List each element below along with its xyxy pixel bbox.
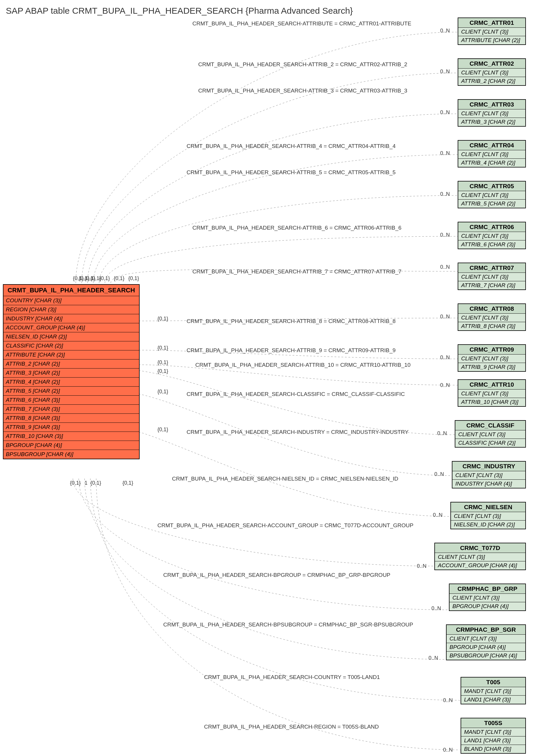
source-cardinality-label: {0,1} (157, 389, 168, 395)
ref-field-row: LAND1 [CHAR (3)] (461, 736, 525, 745)
relationship-label: CRMT_BUPA_IL_PHA_HEADER_SEARCH-ATTRIB_7 … (193, 268, 401, 275)
main-field-row: ATTRIB_6 [CHAR (3)] (4, 396, 139, 405)
relationship-label: CRMT_BUPA_IL_PHA_HEADER_SEARCH-BPSUBGROU… (163, 621, 413, 628)
main-field-row: BPSUBGROUP [CHAR (4)] (4, 450, 139, 459)
ref-field-row: CLIENT [CLNT (3)] (458, 232, 525, 240)
relationship-label: CRMT_BUPA_IL_PHA_HEADER_SEARCH-ATTRIB_3 … (198, 88, 407, 94)
relationship-label: CRMT_BUPA_IL_PHA_HEADER_SEARCH-REGION = … (204, 723, 379, 730)
cardinality-label: 0..N (428, 655, 438, 661)
ref-entity-name: CRMC_ATTR02 (458, 59, 525, 68)
ref-field-row: LAND1 [CHAR (3)] (461, 696, 525, 704)
ref-entity-table: CRMC_NIELSENCLIENT [CLNT (3)]NIELSEN_ID … (450, 502, 526, 529)
main-field-row: COUNTRY [CHAR (3)] (4, 296, 139, 305)
ref-field-row: CLIENT [CLNT (3)] (458, 150, 525, 159)
relationship-label: CRMT_BUPA_IL_PHA_HEADER_SEARCH-ATTRIBUTE… (193, 20, 411, 27)
ref-field-row: BPGROUP [CHAR (4)] (447, 643, 525, 652)
main-entity-name: CRMT_BUPA_IL_PHA_HEADER_SEARCH (4, 285, 139, 296)
ref-entity-name: CRMC_ATTR09 (458, 345, 525, 354)
ref-entity-table: CRMC_ATTR06CLIENT [CLNT (3)]ATTRIB_6 [CH… (458, 222, 526, 249)
cardinality-label: 0..N (440, 264, 450, 270)
main-field-row: BPGROUP [CHAR (4)] (4, 441, 139, 450)
source-cardinality-label: 1 (85, 480, 87, 486)
ref-entity-name: CRMC_ATTR08 (458, 304, 525, 314)
ref-entity-name: CRMC_INDUSTRY (452, 462, 525, 471)
ref-entity-table: CRMC_ATTR05CLIENT [CLNT (3)]ATTRIB_5 [CH… (458, 181, 526, 208)
ref-field-row: CLASSIFIC [CHAR (2)] (455, 439, 525, 447)
ref-field-row: ATTRIB_10 [CHAR (3)] (458, 398, 525, 406)
cardinality-label: 0..N (440, 232, 450, 238)
ref-field-row: MANDT [CLNT (3)] (461, 687, 525, 696)
ref-field-row: ATTRIBUTE [CHAR (2)] (458, 36, 525, 45)
relationship-label: CRMT_BUPA_IL_PHA_HEADER_SEARCH-ATTRIB_10… (195, 362, 411, 368)
ref-field-row: CLIENT [CLNT (3)] (458, 390, 525, 398)
ref-field-row: CLIENT [CLNT (3)] (458, 314, 525, 322)
main-field-row: ACCOUNT_GROUP [CHAR (4)] (4, 323, 139, 332)
ref-entity-table: CRMPHAC_BP_GRPCLIENT [CLNT (3)]BPGROUP [… (449, 584, 526, 611)
main-field-row: ATTRIB_8 [CHAR (3)] (4, 414, 139, 423)
cardinality-label: 0..N (440, 382, 450, 388)
ref-entity-table: CRMC_ATTR03CLIENT [CLNT (3)]ATTRIB_3 [CH… (458, 99, 526, 127)
main-field-row: ATTRIB_2 [CHAR (2)] (4, 359, 139, 368)
cardinality-label: 0..N (443, 747, 453, 753)
ref-field-row: CLIENT [CLNT (3)] (451, 512, 525, 520)
ref-entity-name: T005S (461, 718, 525, 728)
ref-entity-name: CRMC_ATTR05 (458, 181, 525, 191)
source-cardinality-label: {0,1} (99, 275, 110, 282)
ref-entity-table: CRMC_INDUSTRYCLIENT [CLNT (3)]INDUSTRY [… (452, 461, 526, 488)
ref-entity-name: CRMC_ATTR07 (458, 263, 525, 273)
ref-entity-name: CRMC_NIELSEN (451, 503, 525, 512)
cardinality-label: 0..N (440, 191, 450, 197)
ref-entity-table: CRMC_ATTR08CLIENT [CLNT (3)]ATTRIB_8 [CH… (458, 304, 526, 331)
page-title: SAP ABAP table CRMT_BUPA_IL_PHA_HEADER_S… (6, 6, 539, 16)
ref-field-row: INDUSTRY [CHAR (4)] (452, 480, 525, 488)
relationship-label: CRMT_BUPA_IL_PHA_HEADER_SEARCH-ATTRIB_2 … (198, 61, 407, 68)
ref-entity-name: CRMC_ATTR10 (458, 380, 525, 390)
relationship-label: CRMT_BUPA_IL_PHA_HEADER_SEARCH-BPGROUP =… (163, 572, 390, 578)
ref-entity-table: CRMC_ATTR02CLIENT [CLNT (3)]ATTRIB_2 [CH… (458, 58, 526, 86)
cardinality-label: 0..N (433, 512, 442, 518)
ref-field-row: BPSUBGROUP [CHAR (4)] (447, 652, 525, 660)
cardinality-label: 0..N (437, 430, 447, 436)
relationship-label: CRMT_BUPA_IL_PHA_HEADER_SEARCH-ATTRIB_5 … (187, 169, 396, 176)
main-field-row: ATTRIB_10 [CHAR (3)] (4, 432, 139, 441)
ref-entity-name: CRMC_ATTR01 (458, 18, 525, 28)
relationship-label: CRMT_BUPA_IL_PHA_HEADER_SEARCH-INDUSTRY … (187, 429, 409, 435)
source-cardinality-label: {0,1} (128, 275, 139, 282)
main-field-row: REGION [CHAR (3)] (4, 305, 139, 314)
ref-entity-name: CRMC_ATTR04 (458, 141, 525, 150)
ref-entity-name: CRMC_CLASSIF (455, 421, 525, 430)
cardinality-label: 0..N (440, 109, 450, 116)
relationship-label: CRMT_BUPA_IL_PHA_HEADER_SEARCH-NIELSEN_I… (172, 476, 398, 482)
main-field-row: ATTRIB_9 [CHAR (3)] (4, 423, 139, 432)
main-field-row: INDUSTRY [CHAR (4)] (4, 314, 139, 323)
ref-entity-name: CRMC_ATTR03 (458, 100, 525, 109)
main-field-row: ATTRIB_5 [CHAR (2)] (4, 387, 139, 396)
ref-entity-table: T005MANDT [CLNT (3)]LAND1 [CHAR (3)] (461, 677, 526, 705)
ref-entity-table: CRMC_CLASSIFCLIENT [CLNT (3)]CLASSIFIC [… (455, 420, 526, 448)
cardinality-label: 0..N (431, 606, 441, 612)
main-field-row: ATTRIB_7 [CHAR (3)] (4, 405, 139, 414)
source-cardinality-label: {0,1} (90, 480, 101, 486)
cardinality-label: 0..N (440, 314, 450, 320)
cardinality-label: 0..N (440, 354, 450, 361)
source-cardinality-label: {0,1} (70, 480, 81, 486)
ref-entity-table: CRMC_ATTR01CLIENT [CLNT (3)]ATTRIBUTE [C… (458, 18, 526, 45)
ref-field-row: CLIENT [CLNT (3)] (458, 28, 525, 36)
ref-entity-table: CRMC_ATTR04CLIENT [CLNT (3)]ATTRIB_4 [CH… (458, 140, 526, 167)
source-cardinality-label: {0,1} (157, 368, 168, 374)
ref-field-row: ATTRIB_3 [CHAR (2)] (458, 118, 525, 126)
main-field-row: CLASSIFIC [CHAR (2)] (4, 341, 139, 350)
source-cardinality-label: {0,1} (157, 316, 168, 322)
ref-field-row: ATTRIB_9 [CHAR (3)] (458, 363, 525, 371)
ref-field-row: CLIENT [CLNT (3)] (458, 354, 525, 363)
cardinality-label: 0..N (443, 697, 453, 704)
ref-field-row: ATTRIB_4 [CHAR (2)] (458, 159, 525, 167)
main-field-row: ATTRIB_4 [CHAR (2)] (4, 378, 139, 387)
relationship-label: CRMT_BUPA_IL_PHA_HEADER_SEARCH-ATTRIB_9 … (187, 347, 396, 354)
relationship-label: CRMT_BUPA_IL_PHA_HEADER_SEARCH-COUNTRY =… (204, 674, 380, 680)
relationship-label: CRMT_BUPA_IL_PHA_HEADER_SEARCH-ATTRIB_4 … (187, 143, 396, 149)
main-field-row: ATTRIB_3 [CHAR (2)] (4, 368, 139, 378)
source-cardinality-label: {0,1} (157, 426, 168, 433)
cardinality-label: 0..N (434, 471, 444, 477)
ref-field-row: CLIENT [CLNT (3)] (458, 68, 525, 77)
